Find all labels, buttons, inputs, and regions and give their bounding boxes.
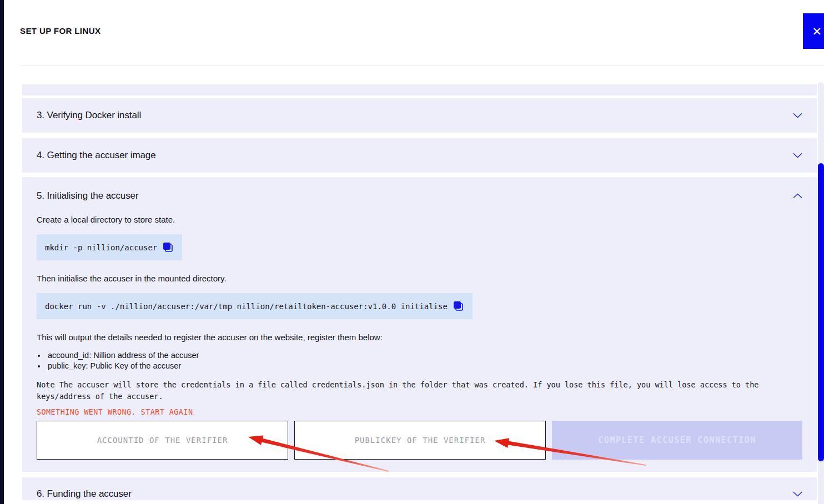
close-button[interactable]: ✕ — [803, 13, 824, 49]
close-icon: ✕ — [812, 26, 822, 37]
chevron-down-icon — [793, 113, 802, 118]
modal-header: SET UP FOR LINUX — [20, 26, 101, 36]
header-divider — [20, 65, 824, 66]
scrollbar-thumb[interactable] — [818, 163, 824, 461]
code-text: mkdir -p nillion/accuser — [45, 243, 157, 252]
copy-icon[interactable] — [453, 300, 464, 312]
list-item: accound_id: Nillion address of the accus… — [46, 351, 802, 360]
accordion-row-getting-image[interactable]: 4. Getting the accuser image — [22, 138, 817, 173]
chevron-down-icon — [793, 491, 802, 497]
code-block-docker-run: docker run -v ./nillion/accuser:/var/tmp… — [37, 293, 473, 319]
copy-icon[interactable] — [162, 241, 174, 253]
instruction-text: This will output the details needed to r… — [37, 332, 802, 342]
code-text: docker run -v ./nillion/accuser:/var/tmp… — [45, 302, 448, 311]
accordion-list: 3. Verifying Docker install 4. Getting t… — [22, 84, 817, 500]
chevron-up-icon — [793, 193, 802, 199]
accordion-section-initialising: 5. Initialising the accuser Create a loc… — [22, 177, 817, 472]
output-details-list: accound_id: Nillion address of the accus… — [37, 351, 802, 370]
page-title: SET UP FOR LINUX — [20, 26, 101, 36]
accordion-row-partial[interactable] — [22, 84, 817, 95]
left-edge-strip — [0, 0, 4, 504]
instruction-text: Then initialise the accuser in the mount… — [37, 274, 802, 283]
accountid-input[interactable] — [37, 421, 288, 460]
accordion-row-initialising[interactable]: 5. Initialising the accuser — [37, 190, 802, 201]
chevron-down-icon — [793, 153, 802, 158]
scrollbar-track[interactable] — [818, 82, 824, 504]
error-message: SOMETHING WENT WRONG. START AGAIN — [37, 407, 802, 416]
credentials-note: Note The accuser will store the credenti… — [37, 379, 797, 402]
section-title: 5. Initialising the accuser — [37, 190, 138, 201]
section-title: 6. Funding the accuser — [37, 488, 132, 500]
instruction-text: Create a local directory to store state. — [37, 215, 802, 224]
section-title: 3. Verifying Docker install — [37, 110, 141, 121]
publickey-input[interactable] — [294, 421, 546, 460]
complete-accuser-connection-button[interactable]: COMPLETE ACCUSER CONNECTION — [552, 421, 802, 460]
accordion-row-funding[interactable]: 6. Funding the accuser — [22, 477, 817, 500]
code-block-mkdir: mkdir -p nillion/accuser — [37, 234, 182, 260]
accordion-row-verifying-docker[interactable]: 3. Verifying Docker install — [22, 98, 817, 133]
section-title: 4. Getting the accuser image — [37, 150, 156, 161]
list-item: public_key: Public Key of the accuser — [46, 361, 802, 371]
verifier-form-row: COMPLETE ACCUSER CONNECTION — [37, 421, 802, 460]
